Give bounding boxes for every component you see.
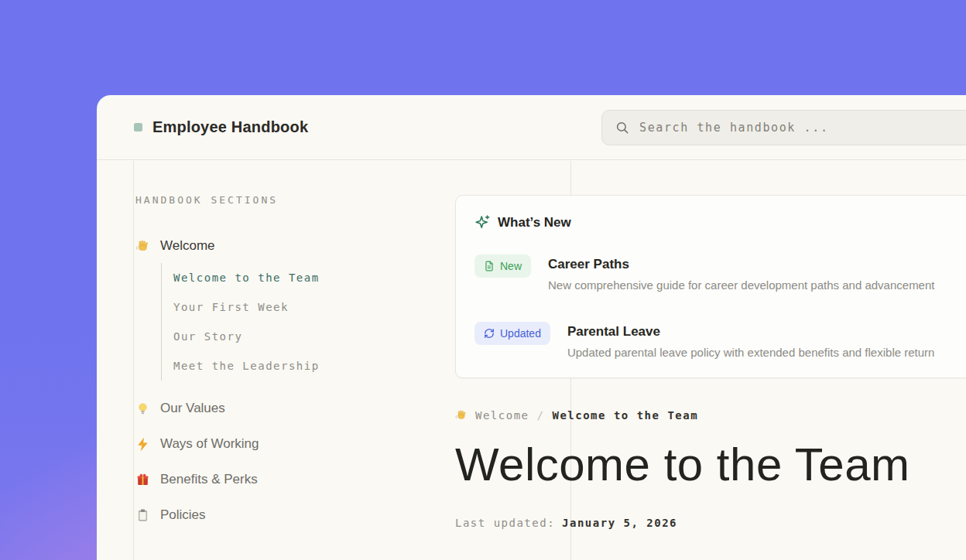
whats-new-item-title: Parental Leave [567,321,934,340]
sidebar-item-label: Policies [160,507,206,523]
breadcrumb-current-page: Welcome to the Team [552,409,698,422]
sidebar-item-label: Benefits & Perks [160,472,258,487]
last-updated-label: Last updated: [455,517,555,529]
whats-new-card: What’s New New Career Paths New comprehe… [455,195,966,378]
app-header: Employee Handbook Search the handbook ..… [97,95,966,160]
page-title: Welcome to the Team [455,440,966,490]
sidebar-item-our-values[interactable]: Our Values [134,401,459,416]
sidebar-subitem-your-first-week[interactable]: Your First Week [173,292,459,322]
sidebar-item-ways-of-working[interactable]: Ways of Working [134,436,459,452]
brand-square-icon [134,123,142,131]
badge-label: New [500,260,522,272]
whats-new-item-description: New comprehensive guide for career devel… [548,278,934,292]
breadcrumb-section[interactable]: Welcome [475,409,529,422]
whats-new-title: What’s New [498,215,571,230]
sidebar-item-label: Our Values [160,401,225,416]
sidebar-subitem-welcome-to-the-team[interactable]: Welcome to the Team [173,263,459,292]
new-badge: New [474,254,531,278]
wave-icon [135,239,150,254]
file-text-icon [484,261,495,271]
whats-new-item-career-paths[interactable]: New Career Paths New comprehensive guide… [474,254,966,292]
whats-new-header: What’s New [474,214,966,230]
app-title: Employee Handbook [152,118,308,136]
whats-new-item-title: Career Paths [548,254,934,272]
sidebar: HANDBOOK SECTIONS Welcome Welcome to the… [134,160,459,523]
search-input[interactable]: Search the handbook ... [601,110,966,145]
wave-icon [455,409,468,422]
badge-label: Updated [500,327,541,340]
search-placeholder: Search the handbook ... [639,121,829,135]
sidebar-subitem-meet-the-leadership[interactable]: Meet the Leadership [173,351,459,381]
clipboard-icon [135,508,150,523]
breadcrumb-separator: / [537,409,545,422]
whats-new-item-parental-leave[interactable]: Updated Parental Leave Updated parental … [474,321,966,359]
refresh-icon [484,328,495,339]
whats-new-item-text: Parental Leave Updated parental leave po… [567,321,934,359]
app-brand: Employee Handbook [134,118,308,136]
sidebar-item-label: Welcome [160,238,215,254]
sidebar-item-policies[interactable]: Policies [134,507,459,523]
main-content: What’s New New Career Paths New comprehe… [455,160,966,529]
sidebar-item-welcome[interactable]: Welcome [134,238,459,254]
breadcrumb: Welcome / Welcome to the Team [455,409,966,422]
lightbulb-icon [135,401,150,416]
whats-new-item-text: Career Paths New comprehensive guide for… [548,254,934,292]
updated-badge: Updated [474,322,550,345]
gift-icon [135,473,150,487]
whats-new-item-description: Updated parental leave policy with exten… [567,346,934,359]
sidebar-item-label: Ways of Working [160,436,259,452]
last-updated: Last updated: January 5, 2026 [455,517,966,529]
sparkles-icon [474,214,491,230]
sidebar-sublist-welcome: Welcome to the Team Your First Week Our … [161,263,459,381]
handbook-window: Employee Handbook Search the handbook ..… [97,95,966,560]
lightning-icon [135,437,150,452]
last-updated-value: January 5, 2026 [562,517,677,529]
search-icon [615,121,629,135]
sidebar-heading: HANDBOOK SECTIONS [135,194,459,206]
sidebar-item-benefits-perks[interactable]: Benefits & Perks [134,472,459,487]
sidebar-subitem-our-story[interactable]: Our Story [173,322,459,351]
